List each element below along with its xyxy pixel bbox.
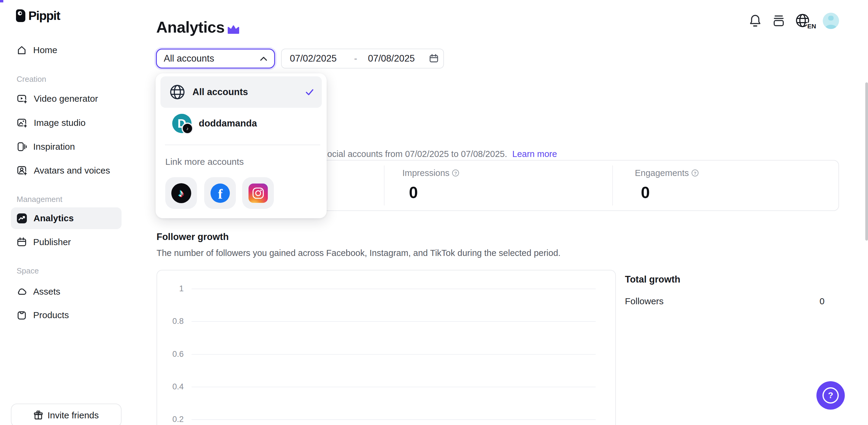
pro-crown-icon [227, 25, 240, 35]
dropdown-option-label: All accounts [192, 87, 248, 97]
top-left-accent [0, 0, 3, 2]
help-button[interactable]: ? [816, 381, 845, 409]
chart-gridline [191, 289, 596, 289]
sidebar-item-avatars-and-voices[interactable]: Avatars and voices [11, 161, 122, 180]
overview-description-fragment: ocial accounts from 07/02/2025 to 07/08/… [327, 149, 507, 159]
chevron-up-icon [260, 56, 268, 61]
home-icon [17, 45, 27, 55]
link-instagram-button[interactable] [242, 177, 274, 209]
sidebar-item-label: Products [33, 310, 69, 320]
tiktok-icon: ♪ [171, 183, 191, 203]
sidebar-item-inspiration[interactable]: Inspiration [11, 137, 122, 157]
sidebar-item-label: Avatars and voices [34, 165, 110, 176]
sidebar-item-label: Video generator [34, 93, 98, 104]
link-facebook-button[interactable]: f [204, 177, 236, 209]
chart-gridline [191, 419, 596, 420]
invite-friends-label: Invite friends [48, 410, 99, 421]
orders-stack-icon[interactable] [773, 15, 784, 27]
tiktok-badge-icon: ♪ [182, 122, 193, 134]
stat-engagements-value: 0 [641, 183, 650, 202]
sidebar-item-label: Home [33, 45, 57, 55]
sidebar-item-publisher[interactable]: Publisher [11, 232, 122, 252]
stat-impressions-value: 0 [409, 183, 418, 202]
language-label: EN [807, 23, 817, 30]
y-axis-tick: 0.8 [157, 317, 184, 326]
y-axis-tick: 1 [157, 284, 184, 293]
calendar-icon [429, 54, 438, 63]
dropdown-option-all-accounts[interactable]: All accounts [160, 76, 322, 108]
date-range-picker[interactable]: 07/02/2025 - 07/08/2025 [281, 49, 444, 68]
gift-icon [33, 410, 43, 420]
total-growth-followers-label: Followers [625, 296, 663, 306]
chart-gridline [191, 354, 596, 355]
account-avatar: D ♪ [172, 114, 191, 133]
assets-cloud-icon [17, 286, 27, 297]
link-tiktok-button[interactable]: ♪ [165, 177, 197, 209]
profile-avatar[interactable] [823, 13, 839, 29]
stats-divider [612, 165, 613, 205]
follower-growth-chart: 1 0.8 0.6 0.4 0.2 [157, 270, 616, 425]
products-bag-icon [17, 310, 27, 320]
date-start: 07/02/2025 [290, 53, 337, 64]
overview-description: ocial accounts from 07/02/2025 to 07/08/… [327, 149, 557, 159]
sidebar-section-space: Space [17, 266, 39, 276]
account-select-value: All accounts [164, 53, 214, 64]
facebook-icon: f [211, 183, 230, 203]
sidebar-item-label: Inspiration [33, 142, 75, 152]
stat-label: Engagements [635, 168, 689, 178]
y-axis-tick: 0.4 [157, 382, 184, 392]
dropdown-option-doddamanda[interactable]: D ♪ doddamanda [160, 108, 322, 139]
stats-divider [384, 165, 384, 205]
y-axis-tick: 0.2 [157, 415, 184, 424]
app-window: Pippit Home Creation Video generator Ima… [0, 0, 868, 425]
language-selector[interactable]: EN [795, 13, 814, 29]
stat-engagements: Engagements ? [635, 168, 699, 178]
pippit-logo-text: Pippit [28, 9, 60, 23]
sidebar-item-label: Assets [33, 286, 60, 297]
follower-growth-title: Follower growth [157, 231, 228, 243]
video-generator-icon [17, 93, 27, 104]
avatar-person-icon [823, 13, 839, 29]
pippit-logo-icon [16, 9, 25, 22]
help-circle-icon[interactable]: ? [452, 170, 459, 177]
sidebar-item-analytics[interactable]: Analytics [11, 207, 122, 229]
help-circle-icon[interactable]: ? [691, 170, 699, 177]
avatars-icon [17, 165, 27, 176]
stat-label: Impressions [402, 168, 450, 178]
checkmark-icon [305, 88, 314, 96]
date-separator: - [354, 53, 357, 64]
y-axis-tick: 0.6 [157, 349, 184, 359]
total-growth-title: Total growth [625, 274, 680, 285]
sidebar-item-label: Publisher [33, 237, 71, 247]
question-mark-icon: ? [823, 387, 839, 403]
scrollbar-thumb[interactable] [865, 82, 868, 240]
sidebar-item-video-generator[interactable]: Video generator [11, 89, 122, 109]
invite-friends-button[interactable]: Invite friends [11, 403, 122, 425]
follower-growth-description: The number of followers you gained acros… [157, 248, 561, 258]
globe-icon [169, 84, 185, 100]
dropdown-divider [165, 145, 320, 145]
stat-impressions: Impressions ? [402, 168, 459, 178]
publisher-calendar-icon [17, 237, 27, 247]
date-end: 07/08/2025 [368, 53, 415, 64]
total-growth-followers-value: 0 [782, 296, 825, 306]
sidebar-section-creation: Creation [17, 75, 46, 84]
dropdown-option-label: doddamanda [199, 118, 257, 129]
sidebar-item-image-studio[interactable]: Image studio [11, 113, 122, 133]
chart-gridline [191, 321, 596, 322]
instagram-icon [249, 183, 268, 203]
sidebar-item-assets[interactable]: Assets [11, 282, 122, 302]
chart-gridline [191, 387, 596, 387]
image-studio-icon [17, 117, 27, 128]
sidebar-section-management: Management [17, 195, 62, 204]
learn-more-link[interactable]: Learn more [513, 149, 557, 159]
account-dropdown-panel: All accounts D ♪ doddamanda Link more ac… [156, 73, 327, 218]
account-select[interactable]: All accounts [156, 49, 275, 68]
page-title: Analytics [156, 18, 225, 36]
inspiration-icon [17, 142, 27, 152]
logo-eye [18, 11, 22, 16]
link-more-accounts-label: Link more accounts [165, 157, 244, 167]
notifications-bell-icon[interactable] [749, 14, 762, 28]
sidebar-item-home[interactable]: Home [11, 40, 122, 60]
sidebar-item-products[interactable]: Products [11, 305, 122, 325]
